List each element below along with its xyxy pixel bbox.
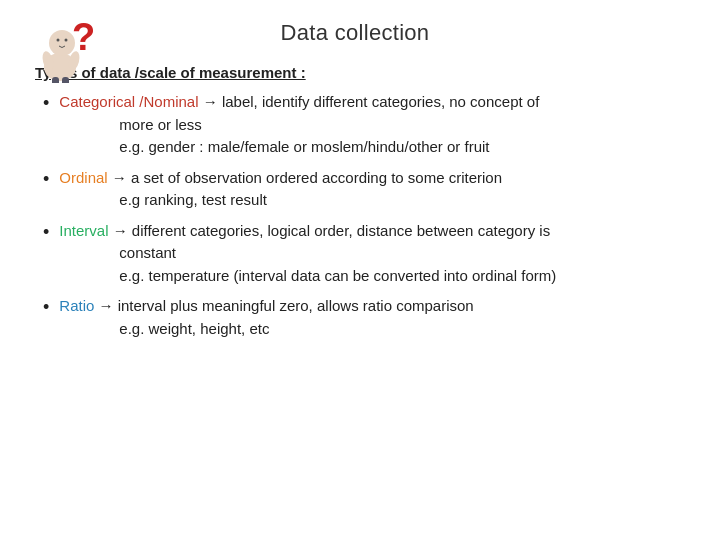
subline-ordinal-1: e.g ranking, test result	[119, 189, 680, 212]
bullet-item-interval: • Interval → different categories, logic…	[35, 220, 680, 288]
subline-categorical-2: e.g. gender : male/female or moslem/hind…	[119, 136, 680, 159]
question-figure: ?	[30, 15, 120, 85]
text-categorical: label, identify different categories, no…	[222, 93, 539, 110]
subline-ratio-1: e.g. weight, height, etc	[119, 318, 680, 341]
bullet-list: • Categorical /Nominal → label, identify…	[35, 91, 680, 340]
svg-point-3	[65, 39, 68, 42]
content-area: Types of data /scale of measurement : • …	[30, 64, 680, 340]
bullet-content-ordinal: Ordinal → a set of observation ordered a…	[59, 167, 680, 212]
subline-interval-2: e.g. temperature (interval data can be c…	[119, 265, 680, 288]
bullet-dot-2: •	[43, 167, 49, 192]
keyword-categorical: Categorical /Nominal	[59, 93, 198, 110]
svg-point-2	[57, 39, 60, 42]
svg-rect-7	[52, 77, 59, 83]
text-ratio: interval plus meaningful zero, allows ra…	[118, 297, 474, 314]
arrow-ordinal: →	[112, 169, 131, 186]
bullet-item-ordinal: • Ordinal → a set of observation ordered…	[35, 167, 680, 212]
subline-categorical-1: more or less	[119, 114, 680, 137]
bullet-content-interval: Interval → different categories, logical…	[59, 220, 680, 288]
bullet-content-categorical: Categorical /Nominal → label, identify d…	[59, 91, 680, 159]
text-interval: different categories, logical order, dis…	[132, 222, 550, 239]
bullet-dot-4: •	[43, 295, 49, 320]
header-area: ? Data collection	[30, 20, 680, 46]
subline-interval-1: constant	[119, 242, 680, 265]
bullet-dot-3: •	[43, 220, 49, 245]
bullet-item-categorical: • Categorical /Nominal → label, identify…	[35, 91, 680, 159]
bullet-dot-1: •	[43, 91, 49, 116]
arrow-interval: →	[113, 222, 132, 239]
arrow-categorical: →	[203, 93, 222, 110]
bullet-item-ratio: • Ratio → interval plus meaningful zero,…	[35, 295, 680, 340]
svg-rect-8	[62, 77, 69, 83]
text-ordinal: a set of observation ordered according t…	[131, 169, 502, 186]
keyword-interval: Interval	[59, 222, 108, 239]
arrow-ratio: →	[99, 297, 118, 314]
types-heading: Types of data /scale of measurement :	[35, 64, 680, 81]
keyword-ratio: Ratio	[59, 297, 94, 314]
slide-title: Data collection	[281, 20, 430, 46]
slide: ? Data collection Types of data /scale o…	[0, 0, 720, 540]
keyword-ordinal: Ordinal	[59, 169, 107, 186]
bullet-content-ratio: Ratio → interval plus meaningful zero, a…	[59, 295, 680, 340]
